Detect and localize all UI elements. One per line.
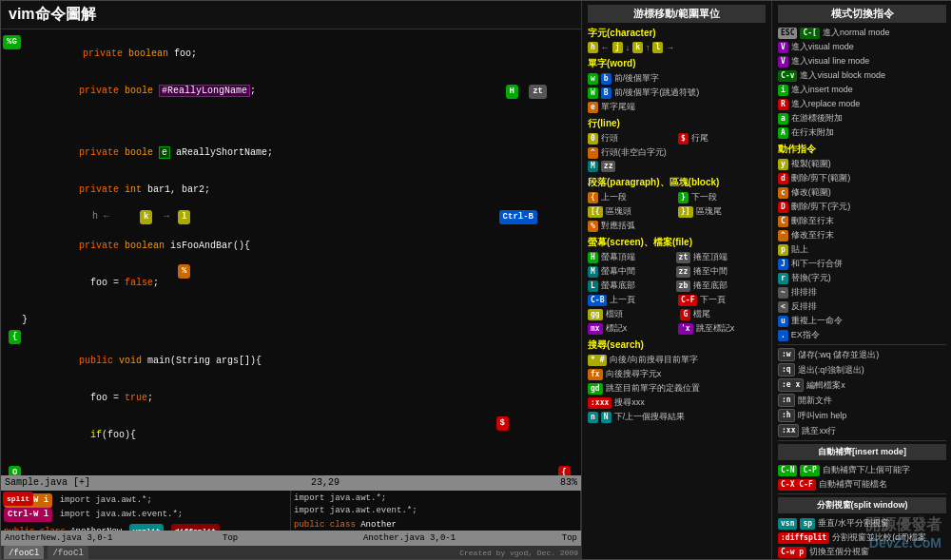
key-cx-cf: C-X C-F (778, 479, 816, 491)
mode-row-i: i 進入insert mode (778, 84, 946, 96)
word-row1: w b 前/後個單字 (588, 72, 766, 85)
key-lt: < (778, 301, 788, 313)
key-colon-h: :h (778, 409, 795, 422)
key-brace-close: } (678, 192, 689, 203)
mode-row-esc: ESC C-[ 進入normal mode (778, 27, 946, 39)
page-title: vim命令圖解 (9, 6, 96, 22)
key-B: B (601, 87, 611, 99)
splitwin-desc1: 垂直/水平分割視窗 (818, 517, 946, 530)
code-token: #ReallyLongName (159, 85, 250, 97)
mode-row-A: A 在行末附加 (778, 126, 946, 139)
line-desc1: 行頭 (601, 132, 675, 145)
tab-left: AnotherNew.java 3,0-1 (5, 531, 112, 545)
mode-desc-a: 在游標後附加 (791, 112, 946, 125)
para-desc5: 對應括弧 (601, 220, 766, 232)
mode-desc-i: 進入insert mode (791, 84, 946, 96)
code-token: foo; (174, 48, 197, 59)
action-caret: ^ 修改至行末 (778, 229, 946, 241)
search-row5: n N 下/上一個搜尋結果 (588, 411, 766, 423)
action-dot: . EX指令 (778, 329, 946, 341)
action-tilde: ~ 排排排 (778, 286, 946, 299)
screen-desc4: 上一頁 (610, 294, 675, 306)
search-tab-left[interactable]: /fooCl (4, 546, 44, 559)
action-lt: < 反排排 (778, 300, 946, 313)
splitwin-title: 分割視窗(split window) (778, 497, 946, 513)
key-k2: k (632, 42, 643, 53)
code-token: Another (360, 520, 397, 530)
screen-row6: mx 標記x 'x 跳至標記x (588, 322, 766, 335)
search-desc1: 向後/向前搜尋目前單字 (610, 354, 766, 366)
code-token: foo = (90, 393, 125, 403)
key-i: i (778, 85, 788, 96)
key-dollar: $ (496, 416, 509, 431)
screen-desc6b: 跳至標記x (696, 322, 766, 335)
key-tick-x: 'x (678, 323, 693, 335)
key-H2: H (588, 252, 598, 263)
cursor-movement-title: 游標移動/範圍單位 (588, 5, 766, 23)
key-colon-n: :n (778, 394, 795, 407)
code-token: isFooAndBar(){ (170, 241, 250, 251)
mode-desc-V: 進入visual line mode (791, 55, 946, 68)
key-mx: mx (588, 323, 603, 335)
key-zt: zt (529, 85, 547, 99)
screen-desc2: 螢幕中間 (601, 265, 673, 278)
code-token: private (79, 86, 125, 96)
action-y: y 複製(範圍) (778, 158, 946, 170)
screen-row4: C-B 上一頁 C-F 下一頁 (588, 294, 766, 306)
line-row1: 0 行頭 $ 行尾 (588, 132, 766, 145)
key-C: C (778, 216, 788, 227)
key-c-v: C-v (778, 70, 797, 82)
key-colon-xx: :xx (778, 424, 799, 437)
key-star-hash: * # (588, 355, 607, 366)
key-j: j (612, 42, 623, 53)
key-H: H (506, 85, 518, 99)
key-zb: zb (676, 280, 691, 292)
key-L: L (588, 280, 598, 292)
key-w: w (588, 73, 598, 85)
key-N: N (601, 412, 611, 423)
action-desc-tilde: 排排排 (791, 286, 946, 299)
mode-desc-R: 進入replace mode (791, 98, 946, 110)
action-desc-lt: 反排排 (791, 300, 946, 313)
ex-ex: :e x 編輯檔案x (778, 378, 946, 392)
action-d: d 刪除/剪下(範圍) (778, 172, 946, 184)
key-u: u (778, 316, 788, 327)
code-area: vim命令圖解 %G private boolean foo; private … (1, 1, 581, 559)
ex-h: :h 呼叫vim help (778, 409, 946, 422)
action-desc-r: 替換(字元) (791, 272, 946, 284)
action-desc-C: 刪除至行末 (791, 215, 946, 227)
para-label: 段落(paragraph)、區塊(block) (588, 176, 766, 189)
mode-row-a: a 在游標後附加 (778, 112, 946, 125)
screen-row3: L 螢幕底部 zb 捲至底部 (588, 280, 766, 292)
line-desc3: 行頭(非空白字元) (601, 146, 766, 159)
para-desc3: 區塊頭 (606, 205, 675, 218)
para-row2: [{ 區塊頭 }] 區塊尾 (588, 205, 766, 218)
key-c: c (778, 187, 788, 199)
code-token: public class (294, 520, 360, 530)
para-desc4: 區塊尾 (696, 205, 766, 218)
mode-row-V: V 進入visual line mode (778, 55, 946, 68)
code-token: false (125, 278, 153, 288)
search-row4: :xxx 搜尋xxx (588, 396, 766, 409)
autocomp-desc2: 自動補齊可能檔名 (819, 478, 946, 491)
para-row1: { 上一段 } 下一段 (588, 191, 766, 203)
tab-right-pos: Top (562, 531, 577, 545)
screen-desc5b: 檔尾 (693, 308, 766, 320)
arrow-right: → (164, 210, 169, 222)
line-row2: ^ 行頭(非空白字元) (588, 146, 766, 159)
search-label: 搜尋(search) (588, 338, 766, 352)
search-row1: * # 向後/向前搜尋目前單字 (588, 354, 766, 366)
ex-n: :n 開新文件 (778, 394, 946, 407)
screen-row2: M 螢幕中間 zz 捲至中間 (588, 265, 766, 278)
search-tab-right[interactable]: /fooCl (48, 546, 87, 559)
para-desc1: 上一段 (601, 191, 675, 203)
line-row3: M zz (588, 161, 766, 172)
screen-desc3b: 捲至底部 (693, 280, 766, 292)
action-desc-u: 重複上一命令 (791, 315, 946, 327)
ex-xx: :xx 跳至xx行 (778, 424, 946, 437)
search-row2: fx 向後搜尋字元x (588, 368, 766, 380)
tab-right: Another.java 3,0-1 (363, 531, 456, 545)
main-container: vim命令圖解 %G private boolean foo; private … (0, 0, 951, 560)
autocomp-title: 自動補齊[insert mode] (778, 444, 946, 460)
para-desc2: 下一段 (691, 191, 766, 203)
